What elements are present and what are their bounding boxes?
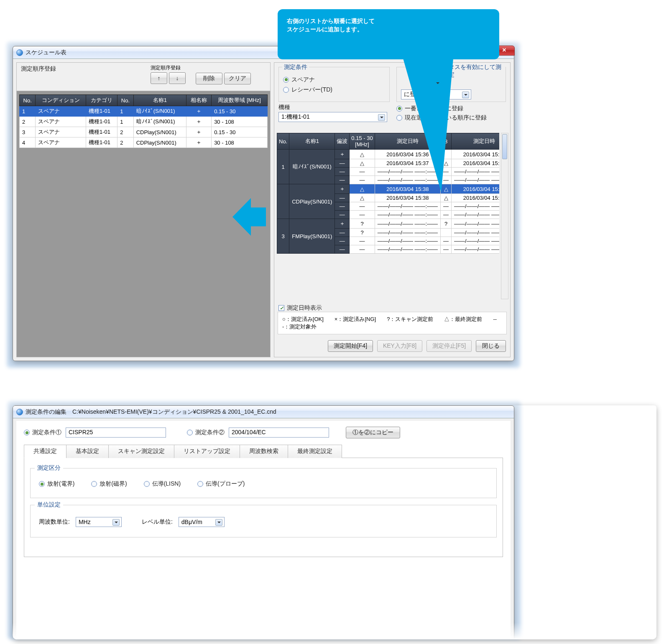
close-button[interactable]: 閉じる <box>476 340 506 352</box>
cond1-input[interactable]: CISPR25 <box>66 428 166 438</box>
level-unit-label: レベル単位: <box>142 518 173 526</box>
tab-1[interactable]: 基本設定 <box>66 445 109 458</box>
freq-unit-dropdown[interactable]: MHz <box>76 517 122 527</box>
tab-0[interactable]: 共通設定 <box>24 445 66 458</box>
edit-condition-window: 測定条件の編集 C:¥Noiseken¥NETS-EMI(VE)¥コンディション… <box>13 405 514 639</box>
move-down-button[interactable]: ↓ <box>169 72 186 84</box>
clear-button[interactable]: クリア <box>224 73 251 84</box>
right-panel: 測定条件 スペアナ レシーバー(TD) 機種 1:機種1-01 タスを有効にして… <box>274 62 511 357</box>
table-row[interactable]: 3FMPlay(S/N001)＋?——/——/—— ——:——?——/——/——… <box>277 219 500 229</box>
titlebar-2[interactable]: 測定条件の編集 C:¥Noiseken¥NETS-EMI(VE)¥コンディション… <box>13 406 514 418</box>
tab-5[interactable]: 最終測定設定 <box>288 445 342 458</box>
window-title-2: 測定条件の編集 C:¥Noiseken¥NETS-EMI(VE)¥コンディション… <box>26 408 276 416</box>
model-dropdown[interactable]: 1:機種1-01 <box>278 112 387 122</box>
cond2-input[interactable]: 2004/104/EC <box>229 428 329 438</box>
stop-button: 測定停止[F5] <box>426 340 472 352</box>
window-title: スケジュール表 <box>26 49 66 56</box>
radio-receiver[interactable]: レシーバー(TD) <box>283 86 332 94</box>
legend: ○：測定済み[OK] ×：測定済み[NG] ?：スキャン測定前 △：最終測定前 … <box>278 312 507 334</box>
callout-bubble: 右側のリストから順番に選択して スケジュールに追加します。 <box>278 9 499 59</box>
table-row[interactable]: 2スペアナ機種1-011暗ﾉｲｽﾞ(S/N001)＋30 - 108 <box>20 117 268 127</box>
radio-kubun-1[interactable]: 放射(磁界) <box>91 480 127 488</box>
tab-4[interactable]: 周波数検索 <box>240 445 288 458</box>
table-row[interactable]: 1暗ﾉｲｽﾞ(S/N001)＋△2016/03/04 15:362016/03/… <box>277 150 500 159</box>
model-label: 機種 <box>278 104 390 111</box>
copy-1to2-button[interactable]: ①を②にコピー <box>346 427 400 438</box>
start-button[interactable]: 測定開始[F4] <box>328 340 373 352</box>
measure-list[interactable]: No.名称1偏波0.15 - 30[MHz]測定日時8測定日時1暗ﾉｲｽﾞ(S/… <box>277 133 499 299</box>
schedule-table[interactable]: No.コンディションカテゴリNo.名称1相名称周波数帯域 [MHz] 1スペアナ… <box>19 94 268 148</box>
radio-kubun-0[interactable]: 放射(電界) <box>39 480 74 488</box>
toolbar-label: 測定順序登録 <box>151 64 251 71</box>
group-kubun: 測定区分 放射(電界)放射(磁界)伝導(LISN)伝導(プローブ) <box>30 468 497 498</box>
checkbox-show-datetime[interactable]: 測定日時表示 <box>278 304 322 312</box>
table-row[interactable]: 4スペアナ機種1-012CDPlay(S/N001)＋30 - 108 <box>20 137 268 148</box>
left-panel: 測定順序登録 測定順序登録 ↑ ↓ 削除 クリア No.コンディションカテゴリN… <box>16 62 271 357</box>
freq-unit-label: 周波数単位: <box>39 518 70 526</box>
tab-2[interactable]: スキャン測定設定 <box>108 445 174 458</box>
group-measure-cond: 測定条件 <box>282 64 309 71</box>
table-row[interactable]: 1スペアナ機種1-011暗ﾉｲｽﾞ(S/N001)＋0.15 - 30 <box>20 106 268 117</box>
radio-cond1[interactable]: 測定条件① <box>24 429 61 436</box>
tab-bar: 共通設定基本設定スキャン測定設定リストアップ設定周波数検索最終測定設定 <box>24 444 503 458</box>
table-row[interactable]: CDPlay(S/N001)＋△2016/03/04 15:38△2016/03… <box>277 184 500 194</box>
delete-button[interactable]: 削除 <box>196 73 222 84</box>
move-up-button[interactable]: ↑ <box>151 72 167 84</box>
radio-speana[interactable]: スペアナ <box>283 76 315 84</box>
scrollbar-vertical[interactable] <box>501 133 508 299</box>
table-row[interactable]: 3スペアナ機種1-012CDPlay(S/N001)＋0.15 - 30 <box>20 127 268 137</box>
status-enable-label: タスを有効にして測定 <box>447 64 506 79</box>
radio-kubun-2[interactable]: 伝導(LISN) <box>144 480 181 488</box>
radio-cond2[interactable]: 測定条件② <box>187 429 225 436</box>
key-input-button: KEY入力[F8] <box>377 340 422 352</box>
radio-kubun-3[interactable]: 伝導(プローブ) <box>197 480 245 488</box>
app-icon <box>16 409 23 415</box>
tab-3[interactable]: リストアップ設定 <box>174 445 240 458</box>
level-unit-dropdown[interactable]: dBμV/m <box>179 517 225 527</box>
app-icon <box>16 49 23 56</box>
group-unit: 単位設定 周波数単位: MHz レベル単位: dBμV/m <box>30 505 497 537</box>
